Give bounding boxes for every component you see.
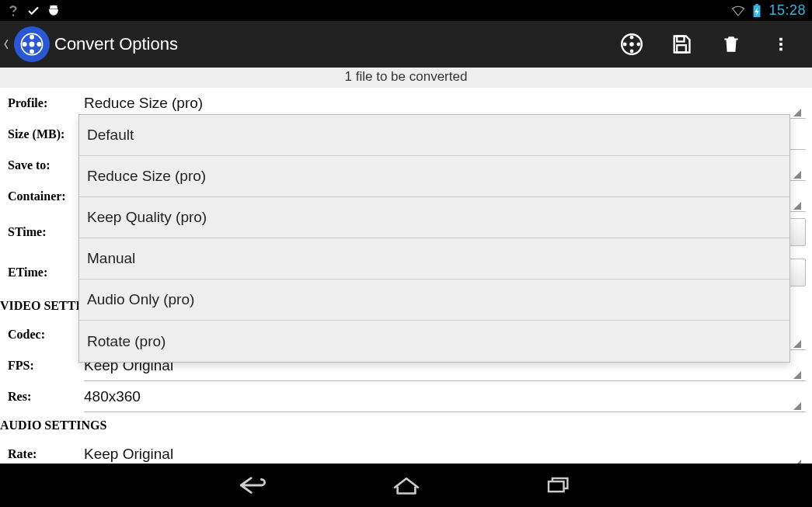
svg-rect-18 (779, 43, 782, 46)
chevron-left-icon (3, 26, 14, 63)
codec-label: Codec: (6, 328, 84, 342)
dropdown-item[interactable]: Manual (79, 238, 789, 280)
res-value: 480x360 (84, 388, 141, 405)
etime-label: ETime: (6, 266, 84, 280)
overflow-menu-button[interactable] (756, 21, 806, 68)
svg-point-4 (30, 42, 35, 47)
svg-rect-19 (779, 48, 782, 51)
svg-point-6 (30, 49, 34, 54)
spinner-triangle-icon (793, 371, 801, 379)
rate-value: Keep Original (84, 446, 173, 463)
rate-spinner[interactable]: Keep Original (84, 439, 806, 464)
delete-button[interactable] (706, 21, 756, 68)
convert-button[interactable] (607, 21, 657, 68)
container-label: Container: (6, 189, 84, 203)
signal-unknown-icon (6, 4, 20, 18)
home-nav-button[interactable] (385, 470, 428, 501)
dropdown-item[interactable]: Reduce Size (pro) (79, 156, 789, 197)
app-logo-icon (14, 26, 50, 62)
spinner-triangle-icon (793, 171, 801, 179)
clock-text: 15:28 (768, 2, 806, 19)
svg-point-13 (623, 43, 627, 47)
check-icon (26, 4, 40, 18)
svg-rect-15 (677, 36, 684, 42)
svg-rect-17 (779, 38, 782, 41)
wifi-icon (731, 4, 745, 18)
spinner-triangle-icon (793, 402, 801, 410)
rate-row: Rate: Keep Original (6, 439, 806, 464)
svg-point-11 (630, 36, 634, 40)
saveto-label: Save to: (6, 158, 84, 172)
back-nav-button[interactable] (232, 470, 276, 501)
size-label: Size (MB): (6, 127, 84, 141)
spinner-triangle-icon (793, 109, 801, 116)
dropdown-item[interactable]: Audio Only (pro) (79, 280, 789, 321)
dropdown-item[interactable]: Rotate (pro) (79, 321, 789, 362)
svg-rect-1 (756, 4, 759, 5)
action-bar-title: Convert Options (54, 34, 178, 54)
profile-label: Profile: (6, 96, 84, 110)
android-debug-icon (47, 4, 61, 18)
android-status-bar: 15:28 (0, 0, 812, 21)
svg-rect-20 (549, 481, 564, 491)
svg-point-7 (23, 42, 27, 47)
profile-dropdown-menu: Default Reduce Size (pro) Keep Quality (… (78, 114, 790, 363)
svg-rect-16 (677, 45, 686, 52)
spinner-triangle-icon (793, 202, 801, 210)
svg-point-14 (636, 43, 640, 47)
dropdown-item[interactable]: Keep Quality (pro) (79, 197, 789, 238)
save-button[interactable] (657, 21, 706, 68)
svg-point-5 (30, 35, 34, 40)
recents-nav-button[interactable] (537, 470, 580, 501)
android-nav-bar (0, 464, 812, 507)
content-area: 1 file to be converted Profile: Reduce S… (0, 68, 812, 464)
action-bar: Convert Options (0, 21, 812, 68)
res-label: Res: (6, 390, 84, 404)
rate-label: Rate: (6, 447, 84, 461)
svg-point-10 (629, 42, 634, 47)
battery-charging-icon (750, 4, 764, 18)
fps-label: FPS: (6, 359, 84, 373)
res-row: Res: 480x360 (6, 381, 806, 412)
spinner-triangle-icon (793, 340, 801, 348)
svg-point-12 (630, 49, 634, 53)
stime-label: STime: (6, 225, 84, 239)
profile-value: Reduce Size (pro) (84, 95, 203, 112)
dropdown-item[interactable]: Default (79, 115, 789, 156)
audio-settings-header: AUDIO SETTINGS (0, 412, 806, 439)
up-button[interactable] (0, 26, 54, 63)
svg-point-8 (37, 42, 41, 47)
summary-text: 1 file to be converted (0, 68, 812, 88)
res-spinner[interactable]: 480x360 (84, 381, 806, 412)
